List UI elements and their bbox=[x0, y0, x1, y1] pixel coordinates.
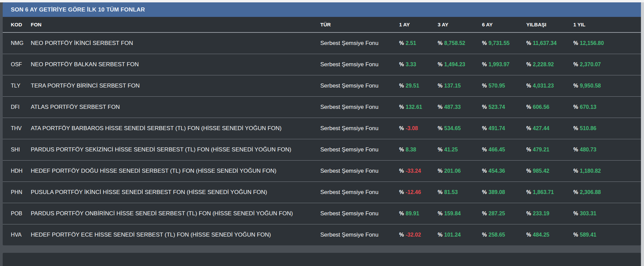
cell-fund-name: NEO PORTFÖY İKİNCİ SERBEST FON bbox=[31, 32, 320, 54]
return-value: 101.24 bbox=[444, 232, 461, 238]
cell-3ay: %41.25 bbox=[438, 139, 482, 161]
percent-sign: % bbox=[438, 104, 442, 110]
percent-sign: % bbox=[526, 62, 531, 67]
cell-3ay: %137.15 bbox=[438, 75, 482, 97]
percent-sign: % bbox=[526, 104, 531, 110]
percent-sign: % bbox=[438, 168, 442, 174]
cell-fund-type: Serbest Şemsiye Fonu bbox=[320, 203, 399, 224]
cell-1ay: %-3.08 bbox=[399, 118, 438, 139]
table-row: OSFNEO PORTFÖY BALKAN SERBEST FONSerbest… bbox=[3, 54, 641, 75]
return-value: 233.19 bbox=[533, 211, 549, 216]
cell-fund-type: Serbest Şemsiye Fonu bbox=[320, 182, 399, 203]
cell-fund-name: ATLAS PORTFÖY SERBEST FON bbox=[31, 97, 320, 118]
table-row: PHNPUSULA PORTFÖY İKİNCİ HİSSE SENEDİ SE… bbox=[3, 182, 641, 203]
next-panel-partial bbox=[3, 253, 641, 266]
cell-1yil: %510.86 bbox=[573, 118, 641, 139]
percent-sign: % bbox=[526, 232, 531, 238]
percent-sign: % bbox=[482, 62, 487, 67]
return-value: 11,637.34 bbox=[533, 40, 556, 46]
percent-sign: % bbox=[526, 168, 531, 174]
return-value: 1,863.71 bbox=[533, 189, 554, 195]
return-value: 606.56 bbox=[533, 104, 549, 110]
cell-1yil: %1,180.82 bbox=[573, 161, 641, 182]
percent-sign: % bbox=[573, 62, 578, 67]
cell-3ay: %8,758.52 bbox=[438, 32, 482, 54]
cell-1yil: %303.31 bbox=[573, 203, 641, 224]
cell-6ay: %9,731.55 bbox=[482, 32, 526, 54]
return-value: 487.33 bbox=[444, 104, 461, 110]
cell-3ay: %101.24 bbox=[438, 224, 482, 246]
cell-1yil: %670.13 bbox=[573, 97, 641, 118]
percent-sign: % bbox=[573, 189, 578, 195]
percent-sign: % bbox=[399, 62, 404, 67]
cell-fund-code: HVA bbox=[3, 224, 31, 246]
return-value: -33.24 bbox=[406, 168, 421, 174]
funds-panel: SON 6 AY GETİRİYE GÖRE İLK 10 TÜM FONLAR… bbox=[3, 2, 641, 245]
cell-yilbasi: %606.56 bbox=[526, 97, 573, 118]
percent-sign: % bbox=[399, 211, 404, 216]
percent-sign: % bbox=[482, 104, 487, 110]
cell-1ay: %132.61 bbox=[399, 97, 438, 118]
cell-1yil: %9,950.58 bbox=[573, 75, 641, 97]
vertical-scrollbar[interactable] bbox=[641, 2, 644, 266]
panel-title: SON 6 AY GETİRİYE GÖRE İLK 10 TÜM FONLAR bbox=[11, 6, 145, 13]
cell-yilbasi: %479.21 bbox=[526, 139, 573, 161]
return-value: 484.25 bbox=[533, 232, 549, 238]
return-value: 9,731.55 bbox=[488, 40, 509, 46]
percent-sign: % bbox=[482, 83, 487, 89]
percent-sign: % bbox=[438, 211, 442, 216]
percent-sign: % bbox=[573, 232, 578, 238]
cell-fund-type: Serbest Şemsiye Fonu bbox=[320, 139, 399, 161]
percent-sign: % bbox=[438, 147, 442, 152]
return-value: 201.06 bbox=[444, 168, 461, 174]
panel-body: KOD FON TÜR 1 AY 3 AY 6 AY YILBAŞI 1 YIL… bbox=[3, 17, 641, 245]
return-value: 427.44 bbox=[533, 125, 549, 131]
cell-3ay: %81.53 bbox=[438, 182, 482, 203]
cell-6ay: %523.74 bbox=[482, 97, 526, 118]
return-value: 534.65 bbox=[444, 125, 461, 131]
table-row: THVATA PORTFÖY BARBAROS HİSSE SENEDİ SER… bbox=[3, 118, 641, 139]
percent-sign: % bbox=[573, 211, 578, 216]
cell-fund-code: NMG bbox=[3, 32, 31, 54]
percent-sign: % bbox=[573, 40, 578, 46]
table-header: KOD FON TÜR 1 AY 3 AY 6 AY YILBAŞI 1 YIL bbox=[3, 17, 641, 32]
percent-sign: % bbox=[438, 232, 442, 238]
return-value: 303.31 bbox=[580, 211, 596, 216]
return-value: 389.08 bbox=[488, 189, 505, 195]
return-value: 570.95 bbox=[488, 83, 505, 89]
cell-1yil: %2,306.88 bbox=[573, 182, 641, 203]
cell-fund-code: SHI bbox=[3, 139, 31, 161]
percent-sign: % bbox=[573, 104, 578, 110]
cell-3ay: %1,494.23 bbox=[438, 54, 482, 75]
return-value: 29.51 bbox=[406, 83, 419, 89]
percent-sign: % bbox=[526, 189, 531, 195]
cell-yilbasi: %985.42 bbox=[526, 161, 573, 182]
return-value: 1,993.97 bbox=[488, 62, 509, 67]
cell-1ay: %89.91 bbox=[399, 203, 438, 224]
percent-sign: % bbox=[438, 125, 442, 131]
cell-fund-name: PARDUS PORTFÖY SEKİZİNCİ HİSSE SENEDİ SE… bbox=[31, 139, 320, 161]
cell-6ay: %389.08 bbox=[482, 182, 526, 203]
return-value: 41.25 bbox=[444, 147, 458, 152]
return-value: 670.13 bbox=[580, 104, 596, 110]
cell-fund-code: THV bbox=[3, 118, 31, 139]
column-header-1ay: 1 AY bbox=[399, 17, 438, 32]
funds-table: KOD FON TÜR 1 AY 3 AY 6 AY YILBAŞI 1 YIL… bbox=[3, 17, 641, 245]
cell-6ay: %570.95 bbox=[482, 75, 526, 97]
percent-sign: % bbox=[482, 211, 487, 216]
percent-sign: % bbox=[482, 168, 487, 174]
return-value: 8,758.52 bbox=[444, 40, 465, 46]
percent-sign: % bbox=[438, 40, 442, 46]
return-value: 159.84 bbox=[444, 211, 461, 216]
cell-1ay: %-33.24 bbox=[399, 161, 438, 182]
cell-fund-type: Serbest Şemsiye Fonu bbox=[320, 224, 399, 246]
return-value: 137.15 bbox=[444, 83, 461, 89]
table-row: POBPARDUS PORTFÖY ONBİRİNCİ HİSSE SENEDİ… bbox=[3, 203, 641, 224]
return-value: 258.65 bbox=[488, 232, 505, 238]
cell-1yil: %12,156.80 bbox=[573, 32, 641, 54]
table-row: TLYTERA PORTFÖY BİRİNCİ SERBEST FONSerbe… bbox=[3, 75, 641, 97]
return-value: 3.33 bbox=[406, 62, 416, 67]
cell-1yil: %589.41 bbox=[573, 224, 641, 246]
return-value: -32.02 bbox=[406, 232, 421, 238]
table-row: HVAHEDEF PORTFÖY ECE HİSSE SENEDİ SERBES… bbox=[3, 224, 641, 246]
